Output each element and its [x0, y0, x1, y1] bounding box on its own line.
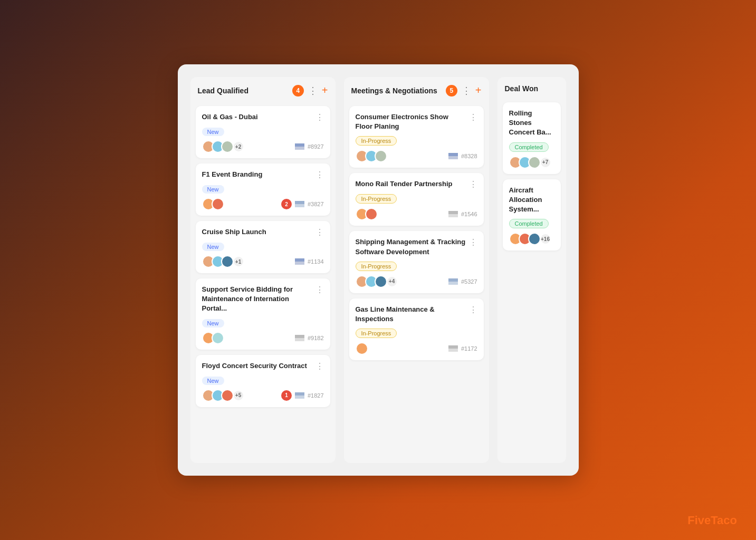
card-title-aircraft: Aircraft Allocation System...	[509, 186, 554, 215]
status-badge-f1: New	[202, 185, 224, 194]
flag-icon-consumer-electronics	[448, 153, 458, 159]
status-badge-rolling-stones: Completed	[509, 142, 549, 152]
avatars-mono-rail	[356, 208, 375, 220]
card-menu-gas-line[interactable]: ⋮	[469, 305, 477, 315]
card-title-floyd: Floyd Concert Security Contract	[202, 361, 312, 371]
status-badge-consumer-electronics: In-Progress	[356, 136, 397, 146]
card-menu-mono-rail[interactable]: ⋮	[469, 179, 477, 189]
avatars-cruise: +1	[202, 255, 244, 268]
avatar	[356, 342, 368, 355]
avatars-rolling-stones: +7	[509, 156, 551, 169]
card-id-mono-rail: #1546	[461, 211, 477, 217]
card-floyd[interactable]: Floyd Concert Security Contract ⋮ New +5…	[196, 355, 330, 407]
avatar	[528, 156, 541, 169]
flag-icon-floyd	[295, 392, 304, 399]
column-title-lead-qualified: Lead Qualified	[198, 86, 288, 95]
svg-rect-0	[295, 143, 304, 147]
kanban-board: Lead Qualified 4 ⋮ + Oil & Gas - Dubai ⋮…	[178, 64, 579, 476]
column-title-meetings: Meetings & Negotiations	[351, 86, 442, 95]
cards-area-deal-won: Rolling Stones Concert Ba... Completed +…	[497, 98, 566, 256]
card-title-f1: F1 Event Branding	[202, 170, 312, 179]
brand-part2: Taco	[711, 514, 737, 527]
red-badge-floyd: 1	[281, 390, 292, 401]
flag-icon-cruise	[295, 258, 304, 265]
card-support[interactable]: Support Service Bidding for Maintenance …	[196, 278, 330, 350]
card-id-shipping: #5327	[461, 278, 477, 285]
column-add-meetings[interactable]: +	[475, 84, 482, 97]
avatars-floyd: +5	[202, 389, 244, 402]
avatar	[375, 150, 387, 162]
red-badge-f1: 2	[281, 199, 292, 209]
card-id-gas-line: #1172	[461, 345, 477, 352]
card-right-gas-line: #1172	[448, 345, 477, 352]
svg-rect-9	[295, 396, 304, 399]
card-title-consumer-electronics: Consumer Electronics Show Floor Planing	[356, 112, 466, 131]
flag-icon-shipping	[448, 278, 458, 285]
card-menu-cruise[interactable]: ⋮	[315, 227, 324, 237]
svg-rect-1	[295, 147, 304, 150]
avatar	[221, 255, 234, 268]
column-add-lead-qualified[interactable]: +	[322, 84, 328, 97]
svg-rect-3	[295, 204, 304, 207]
status-badge-cruise: New	[202, 243, 224, 251]
card-aircraft[interactable]: Aircraft Allocation System... Completed …	[503, 179, 561, 251]
column-header-deal-won: Deal Won	[497, 77, 566, 98]
card-mono-rail[interactable]: Mono Rail Tender Partnership ⋮ In-Progre…	[349, 173, 484, 226]
column-more-meetings[interactable]: ⋮	[462, 86, 471, 95]
column-more-lead-qualified[interactable]: ⋮	[308, 86, 318, 95]
avatar	[375, 275, 387, 288]
card-cruise[interactable]: Cruise Ship Launch ⋮ New +1	[196, 221, 330, 273]
card-menu-support[interactable]: ⋮	[315, 285, 324, 295]
card-title-oil-gas: Oil & Gas - Dubai	[202, 112, 312, 122]
card-right-oil-gas: #8927	[295, 143, 324, 150]
svg-rect-17	[448, 349, 458, 352]
svg-rect-14	[448, 278, 458, 282]
status-badge-floyd: New	[202, 377, 224, 385]
card-title-rolling-stones: Rolling Stones Concert Ba...	[509, 109, 554, 138]
card-rolling-stones[interactable]: Rolling Stones Concert Ba... Completed +…	[503, 102, 561, 174]
card-menu-consumer-electronics[interactable]: ⋮	[469, 112, 477, 122]
card-consumer-electronics[interactable]: Consumer Electronics Show Floor Planing …	[349, 106, 484, 168]
card-f1[interactable]: F1 Event Branding ⋮ New 2	[196, 163, 330, 216]
card-right-support: #9182	[295, 335, 324, 341]
card-right-f1: 2 #3827	[281, 199, 324, 209]
card-right-cruise: #1134	[295, 258, 324, 265]
column-title-deal-won: Deal Won	[505, 84, 559, 93]
svg-rect-10	[448, 153, 458, 156]
status-badge-oil-gas: New	[202, 128, 224, 136]
column-count-meetings: 5	[446, 85, 457, 97]
card-menu-oil-gas[interactable]: ⋮	[315, 112, 324, 122]
card-menu-floyd[interactable]: ⋮	[315, 361, 324, 371]
avatars-shipping: +4	[356, 275, 398, 288]
avatar	[221, 389, 234, 402]
svg-rect-16	[448, 345, 458, 349]
card-title-gas-line: Gas Line Maintenance & Inspections	[356, 305, 466, 324]
svg-rect-15	[448, 282, 458, 285]
card-right-floyd: 1 #1827	[281, 390, 324, 401]
card-shipping[interactable]: Shipping Management & Tracking Software …	[349, 231, 484, 293]
column-deal-won: Deal Won Rolling Stones Concert Ba... Co…	[497, 77, 566, 463]
card-title-cruise: Cruise Ship Launch	[202, 227, 312, 237]
card-id-cruise: #1134	[308, 258, 324, 265]
card-oil-gas[interactable]: Oil & Gas - Dubai ⋮ New +2	[196, 106, 330, 158]
status-badge-aircraft: Completed	[509, 219, 549, 228]
card-id-floyd: #1827	[308, 392, 324, 399]
avatar-plus-cruise: +1	[233, 256, 244, 267]
card-menu-f1[interactable]: ⋮	[315, 170, 324, 180]
avatar-plus-floyd: +5	[233, 390, 244, 401]
avatar	[528, 233, 541, 245]
brand-logo: FiveTaco	[687, 514, 737, 527]
card-gas-line[interactable]: Gas Line Maintenance & Inspections ⋮ In-…	[349, 298, 484, 360]
status-badge-shipping: In-Progress	[356, 262, 397, 271]
card-menu-shipping[interactable]: ⋮	[469, 237, 477, 247]
column-lead-qualified: Lead Qualified 4 ⋮ + Oil & Gas - Dubai ⋮…	[190, 77, 336, 463]
avatars-aircraft: +16	[509, 233, 551, 245]
svg-rect-11	[448, 156, 458, 159]
card-right-mono-rail: #1546	[448, 211, 477, 217]
card-title-shipping: Shipping Management & Tracking Software …	[356, 237, 466, 256]
card-id-consumer-electronics: #8328	[461, 153, 477, 159]
avatar-plus-rolling-stones: +7	[540, 157, 551, 168]
avatars-gas-line	[356, 342, 365, 355]
svg-rect-13	[448, 214, 458, 217]
svg-rect-12	[448, 211, 458, 214]
